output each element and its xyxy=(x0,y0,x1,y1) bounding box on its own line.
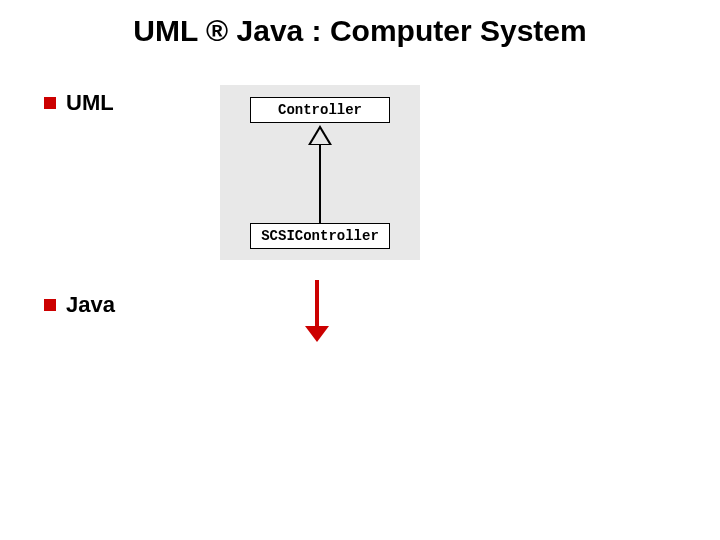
arrow-icon: ® xyxy=(206,14,228,47)
class-box-subclass: SCSIController xyxy=(250,223,390,249)
class-box-superclass: Controller xyxy=(250,97,390,123)
bullet-uml-label: UML xyxy=(66,90,114,116)
bullet-uml: UML xyxy=(44,90,114,116)
generalization-line xyxy=(319,145,321,223)
arrow-shaft xyxy=(315,280,319,328)
bullet-java: Java xyxy=(44,292,115,318)
bullet-icon xyxy=(44,299,56,311)
bullet-icon xyxy=(44,97,56,109)
title-uml: UML xyxy=(133,14,197,47)
title-rest: Java : Computer System xyxy=(237,14,587,47)
generalization-arrowhead-fill xyxy=(311,129,329,144)
uml-diagram-panel: Controller SCSIController xyxy=(220,85,420,260)
bullet-java-label: Java xyxy=(66,292,115,318)
slide-title: UML ® Java : Computer System xyxy=(0,14,720,48)
arrow-head-icon xyxy=(305,326,329,342)
